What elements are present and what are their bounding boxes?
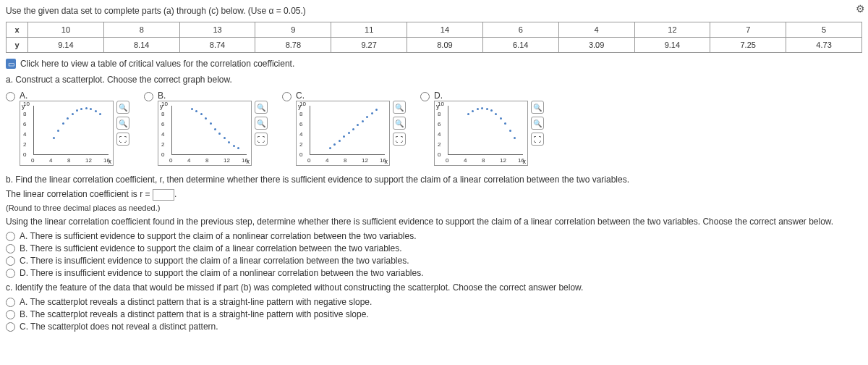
choice-d[interactable]: D. yx02468100481216 🔍 🔍 ⛶: [420, 91, 544, 166]
choice-a[interactable]: A. yx02468100481216 🔍 🔍 ⛶: [6, 91, 129, 166]
row-label: x: [7, 22, 28, 38]
link-text: Click here to view a table of critical v…: [20, 59, 294, 69]
part-c-prompt: c. Identify the feature of the data that…: [6, 282, 862, 293]
option-text: C. There is insufficient evidence to sup…: [20, 256, 409, 266]
zoom-out-icon[interactable]: 🔍: [116, 117, 129, 130]
part-a-prompt: a. Construct a scatterplot. Choose the c…: [6, 75, 862, 85]
zoom-out-icon[interactable]: 🔍: [255, 117, 268, 130]
zoom-in-icon[interactable]: 🔍: [531, 101, 544, 114]
chart-a: yx02468100481216: [20, 101, 114, 166]
choice-label: D.: [434, 91, 544, 101]
choice-label: A.: [20, 91, 129, 101]
radio-c-b[interactable]: [6, 310, 15, 319]
critical-values-link[interactable]: ▭ Click here to view a table of critical…: [6, 59, 862, 69]
option-text: A. There is sufficient evidence to suppo…: [20, 231, 417, 241]
instruction-text: Use the given data set to complete parts…: [6, 6, 862, 16]
radio-d[interactable]: [420, 92, 430, 101]
part-b-options: A. There is sufficient evidence to suppo…: [6, 231, 862, 278]
choice-label: C.: [296, 91, 406, 101]
expand-icon[interactable]: ⛶: [531, 133, 544, 146]
radio-c-c[interactable]: [6, 322, 15, 332]
rounding-note: (Round to three decimal places as needed…: [6, 204, 862, 212]
zoom-in-icon[interactable]: 🔍: [393, 101, 406, 114]
data-table: x 10 8 13 9 11 14 6 4 12 7 5 y 9.14 8.14…: [6, 22, 862, 53]
option-text: B. The scatterplot reveals a distinct pa…: [20, 309, 369, 319]
choice-c[interactable]: C. yx02468100481216 🔍 🔍 ⛶: [282, 91, 406, 166]
zoom-out-icon[interactable]: 🔍: [531, 117, 544, 130]
table-row: y 9.14 8.14 8.74 8.78 9.27 8.09 6.14 3.0…: [7, 38, 862, 53]
answer-line: The linear correlation coefficient is r …: [6, 189, 862, 201]
expand-icon[interactable]: ⛶: [393, 133, 406, 146]
option-text: C. The scatterplot does not reveal a dis…: [20, 322, 218, 332]
radio-c[interactable]: [282, 92, 292, 101]
answer-input[interactable]: [153, 189, 174, 201]
chart-d: yx02468100481216: [434, 101, 528, 166]
radio-b-c[interactable]: [6, 256, 15, 266]
part-b-prompt: b. Find the linear correlation coefficie…: [6, 175, 862, 185]
part-b-subprompt: Using the linear correlation coefficient…: [6, 217, 862, 227]
expand-icon[interactable]: ⛶: [116, 133, 129, 146]
radio-b-b[interactable]: [6, 244, 15, 253]
table-row: x 10 8 13 9 11 14 6 4 12 7 5: [7, 22, 862, 38]
chart-c: yx02468100481216: [296, 101, 390, 166]
option-text: A. The scatterplot reveals a distinct pa…: [20, 297, 372, 307]
radio-b-a[interactable]: [6, 232, 15, 241]
settings-icon[interactable]: ⚙: [856, 3, 865, 14]
row-label: y: [7, 38, 28, 53]
radio-b-d[interactable]: [6, 269, 15, 278]
zoom-out-icon[interactable]: 🔍: [393, 117, 406, 130]
option-text: B. There is sufficient evidence to suppo…: [20, 243, 402, 253]
zoom-in-icon[interactable]: 🔍: [255, 101, 268, 114]
choice-b[interactable]: B. yx02468100481216 🔍 🔍 ⛶: [144, 91, 268, 166]
radio-c-a[interactable]: [6, 298, 15, 307]
radio-a[interactable]: [6, 92, 15, 101]
part-c-options: A. The scatterplot reveals a distinct pa…: [6, 297, 862, 332]
chart-b: yx02468100481216: [158, 101, 252, 166]
expand-icon[interactable]: ⛶: [255, 133, 268, 146]
document-icon: ▭: [6, 59, 16, 69]
option-text: D. There is insufficient evidence to sup…: [20, 268, 424, 278]
radio-b[interactable]: [144, 92, 153, 101]
scatterplot-choices: A. yx02468100481216 🔍 🔍 ⛶ B. yx024681004…: [6, 91, 862, 166]
zoom-in-icon[interactable]: 🔍: [116, 101, 129, 114]
choice-label: B.: [158, 91, 268, 101]
